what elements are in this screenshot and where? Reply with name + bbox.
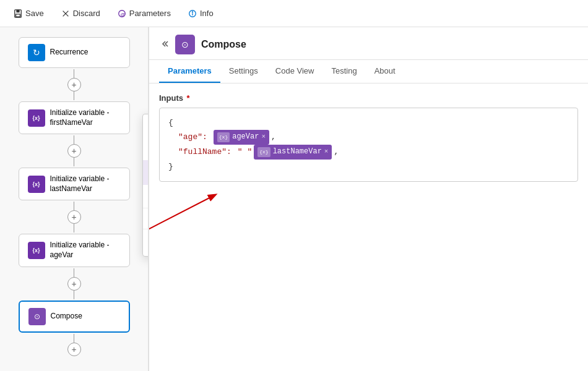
tab-testing[interactable]: Testing: [322, 60, 365, 83]
main-area: ↻ Recurrence + {x} Initialize variable -…: [0, 27, 588, 371]
popup-variable-list: ageVar lastNameVar firstNameVar: [143, 185, 149, 256]
code-line-age: "age": {x} ageVar × ,: [178, 130, 569, 145]
node-recurrence[interactable]: ↻ Recurrence: [19, 37, 130, 68]
popup-header: [143, 114, 149, 135]
node-init-agevar[interactable]: {x} Initialize variable -ageVar: [19, 234, 130, 267]
agevar-token-icon: {x}: [217, 132, 230, 142]
save-icon: [14, 9, 22, 18]
parameters-label: Parameters: [129, 9, 171, 18]
popup-category[interactable]: {x} Variables: [143, 160, 149, 185]
svg-rect-1: [16, 9, 19, 12]
connector-3: +: [67, 202, 81, 232]
add-step-4[interactable]: +: [67, 277, 81, 291]
collapse-icon: [159, 39, 169, 49]
popup-search-area: 🔍: [143, 135, 149, 160]
list-item-lastnamevar[interactable]: lastNameVar: [143, 208, 149, 229]
compose-label: Compose: [51, 312, 82, 322]
info-icon: [188, 9, 197, 18]
agevar-token-remove[interactable]: ×: [261, 131, 266, 143]
fullname-comma: ,: [334, 145, 339, 159]
svg-point-9: [192, 11, 192, 12]
parameters-button[interactable]: @ Parameters: [114, 6, 175, 20]
lastnamevar-token-remove[interactable]: ×: [324, 146, 329, 158]
connector-line: [74, 69, 75, 78]
connector-line: [74, 202, 75, 210]
variable-popup: 🔍 {x} Variables ageVar lastNameVar first…: [142, 114, 149, 257]
add-step-3[interactable]: +: [67, 210, 81, 224]
connector-line: [74, 291, 75, 299]
svg-line-17: [149, 195, 215, 281]
save-button[interactable]: Save: [10, 6, 48, 20]
fullname-key: "fullName":: [178, 145, 231, 159]
node-compose[interactable]: ⊙ Compose: [19, 301, 130, 333]
node-init-lastname[interactable]: {x} Initialize variable -lastNameVar: [19, 168, 130, 200]
init-agevar-label: Initialize variable -ageVar: [50, 241, 110, 260]
tab-parameters[interactable]: Parameters: [159, 60, 220, 83]
svg-rect-2: [16, 14, 20, 16]
age-comma: ,: [271, 130, 276, 144]
connector-line: [74, 224, 75, 232]
toolbar: Save Discard @ Parameters Info: [0, 0, 588, 27]
agevar-token-label: ageVar: [232, 130, 259, 144]
code-line-close: }: [168, 160, 569, 174]
age-key: "age":: [178, 130, 207, 144]
lastnamevar-token-label: lastNameVar: [273, 145, 322, 159]
tab-settings[interactable]: Settings: [220, 60, 267, 83]
connector-1: +: [67, 69, 81, 100]
connector-line: [74, 135, 75, 144]
recurrence-label: Recurrence: [50, 48, 89, 58]
init-lastname-label: Initialize variable -lastNameVar: [50, 174, 110, 194]
right-panel: ⊙ Compose Parameters Settings Code View …: [149, 27, 588, 371]
discard-icon: [61, 9, 70, 18]
add-step-2[interactable]: +: [67, 144, 81, 158]
inputs-label: Inputs *: [159, 93, 578, 103]
discard-button[interactable]: Discard: [58, 6, 104, 20]
right-panel-tabs: Parameters Settings Code View Testing Ab…: [149, 60, 588, 83]
connector-5: +: [67, 334, 81, 356]
collapse-button[interactable]: [159, 39, 169, 51]
connector-line: [74, 268, 75, 277]
fullname-prefix: " ": [238, 145, 252, 159]
connector-2: +: [67, 135, 81, 166]
recurrence-icon: ↻: [28, 44, 45, 61]
connector-line: [74, 158, 75, 166]
flow-canvas: ↻ Recurrence + {x} Initialize variable -…: [0, 27, 149, 371]
add-step-5[interactable]: +: [67, 343, 81, 356]
agevar-token[interactable]: {x} ageVar ×: [214, 130, 269, 145]
lastnamevar-token[interactable]: {x} lastNameVar ×: [254, 145, 332, 160]
svg-text:@: @: [120, 11, 125, 17]
inputs-code-box[interactable]: { "age": {x} ageVar × , "fullName": " ": [159, 108, 578, 182]
info-label: Info: [200, 9, 214, 18]
right-panel-content: Inputs * { "age": {x} ageVar × , "fullNa…: [149, 83, 588, 371]
init-firstname-icon: {x}: [28, 109, 45, 127]
save-label: Save: [25, 9, 44, 18]
code-line-fullname: "fullName": " " {x} lastNameVar × ,: [178, 145, 569, 160]
init-firstname-label: Initialize variable -firstNameVar: [50, 108, 110, 127]
info-button[interactable]: Info: [184, 6, 217, 20]
discard-label: Discard: [73, 9, 100, 18]
init-agevar-icon: {x}: [28, 242, 45, 259]
node-init-firstname[interactable]: {x} Initialize variable -firstNameVar: [19, 101, 130, 134]
code-line-open: {: [168, 116, 569, 130]
right-panel-header: ⊙ Compose: [149, 27, 588, 60]
list-item-agevar[interactable]: ageVar: [143, 187, 149, 208]
compose-panel-icon: ⊙: [175, 35, 195, 54]
lastnamevar-token-icon: {x}: [257, 147, 270, 157]
compose-icon: ⊙: [28, 308, 46, 325]
tab-about[interactable]: About: [366, 60, 404, 83]
init-lastname-icon: {x}: [28, 176, 45, 193]
required-marker: *: [187, 93, 190, 103]
add-step-1[interactable]: +: [67, 78, 81, 92]
panel-title: Compose: [201, 39, 246, 50]
tab-codeview[interactable]: Code View: [267, 60, 323, 83]
connector-4: +: [67, 268, 81, 299]
connector-line: [74, 334, 75, 343]
connector-line: [74, 92, 75, 100]
parameters-icon: @: [118, 9, 126, 18]
list-item-firstnamevar[interactable]: firstNameVar: [148, 232, 149, 251]
